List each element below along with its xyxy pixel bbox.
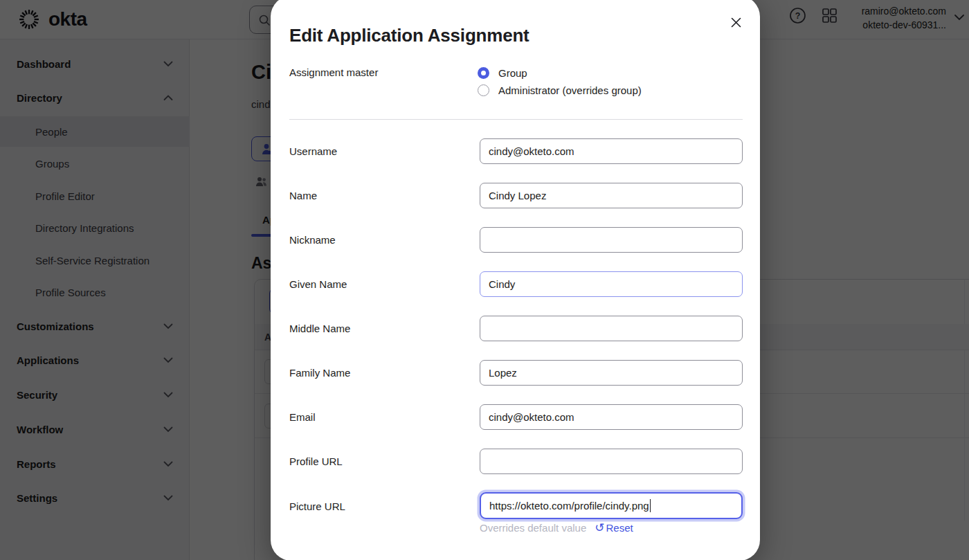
- radio-selected-icon: [478, 67, 489, 79]
- family-name-input[interactable]: [480, 360, 743, 386]
- modal-title: Edit Application Assignment: [289, 25, 529, 46]
- radio-option-administrator[interactable]: Administrator (overrides group): [478, 82, 642, 99]
- field-row-name: Name: [271, 183, 760, 208]
- radio-option-group[interactable]: Group: [478, 64, 642, 82]
- override-helper-row: Overrides default value ↺ Reset: [480, 522, 633, 534]
- username-input[interactable]: [480, 138, 743, 164]
- picture-url-value: https://okteto.com/profile/cindy.png: [489, 500, 649, 512]
- nickname-input[interactable]: [480, 227, 743, 253]
- given-name-input[interactable]: [480, 271, 743, 297]
- field-row-given-name: Given Name: [271, 271, 760, 297]
- close-icon[interactable]: [728, 15, 743, 30]
- edit-application-assignment-modal: Edit Application Assignment Assignment m…: [271, 0, 760, 560]
- assignment-master-label: Assignment master: [289, 66, 378, 78]
- field-row-username: Username: [271, 138, 760, 164]
- assignment-master-radio-group: Group Administrator (overrides group): [478, 64, 642, 99]
- field-row-middle-name: Middle Name: [271, 316, 760, 341]
- reset-icon: ↺: [595, 523, 604, 533]
- email-input[interactable]: [480, 404, 743, 430]
- radio-unselected-icon: [478, 84, 489, 96]
- override-note: Overrides default value: [480, 522, 586, 534]
- profile-url-input[interactable]: [480, 449, 743, 474]
- field-row-email: Email: [271, 404, 760, 430]
- text-caret: [650, 499, 651, 512]
- middle-name-input[interactable]: [480, 316, 743, 341]
- field-row-nickname: Nickname: [271, 227, 760, 253]
- reset-link[interactable]: ↺ Reset: [595, 522, 633, 534]
- field-row-profile-url: Profile URL: [271, 449, 760, 474]
- reset-label: Reset: [606, 522, 633, 534]
- name-input[interactable]: [480, 183, 743, 208]
- divider: [289, 119, 743, 120]
- picture-url-input[interactable]: https://okteto.com/profile/cindy.png: [480, 492, 743, 519]
- field-row-family-name: Family Name: [271, 360, 760, 386]
- field-row-picture-url: Picture URL https://okteto.com/profile/c…: [271, 492, 760, 518]
- okta-admin-app: okta ? ramiro@okteto.com okt: [0, 0, 969, 560]
